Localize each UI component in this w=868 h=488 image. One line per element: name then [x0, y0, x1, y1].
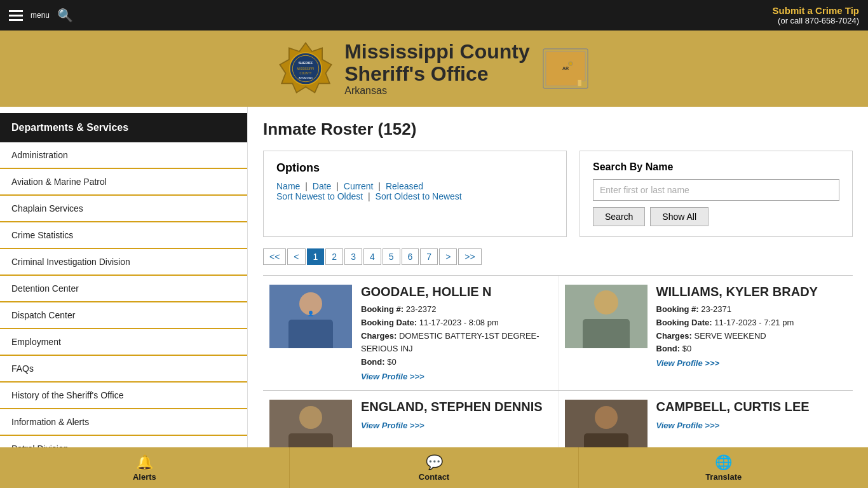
svg-text:AR: AR — [562, 66, 569, 71]
svg-text:SHERIFF: SHERIFF — [299, 61, 314, 65]
svg-marker-9 — [578, 80, 581, 86]
sidebar: Departments & Services Administration Av… — [0, 107, 248, 485]
sidebar-item-dispatch[interactable]: Dispatch Center — [0, 302, 247, 329]
view-profile-campbell[interactable]: View Profile >>> — [656, 421, 720, 430]
inmate-photo-williams — [565, 285, 648, 348]
sidebar-heading: Departments & Services — [0, 113, 247, 142]
pagination: << < 1 2 3 4 5 6 7 > >> — [263, 248, 853, 265]
view-profile-goodale[interactable]: View Profile >>> — [361, 372, 424, 381]
inmate-info-williams: WILLIAMS, KYLER BRADY Booking #: 23-2371… — [656, 285, 847, 381]
translate-icon: 🌐 — [715, 454, 732, 471]
options-links: Name | Date | Current | Released Sort Ne… — [276, 181, 553, 201]
options-link-name[interactable]: Name — [276, 181, 300, 191]
sidebar-item-crime-stats[interactable]: Crime Statistics — [0, 222, 247, 249]
sidebar-item-info-alerts[interactable]: Information & Alerts — [0, 409, 247, 436]
options-link-date[interactable]: Date — [313, 181, 332, 191]
site-header: SHERIFF MISSISSIPPI COUNTY ARKANSAS Miss… — [0, 30, 868, 107]
sheriff-badge-icon: SHERIFF MISSISSIPPI COUNTY ARKANSAS — [277, 40, 334, 97]
content-area: Inmate Roster (152) Options Name | Date … — [248, 107, 868, 485]
pagination-page-1[interactable]: 1 — [307, 248, 325, 265]
sidebar-item-cid[interactable]: Criminal Investigation Division — [0, 249, 247, 276]
sidebar-item-history[interactable]: History of the Sheriff's Office — [0, 383, 247, 409]
sidebar-item-detention[interactable]: Detention Center — [0, 276, 247, 302]
svg-text:ARKANSAS: ARKANSAS — [299, 76, 313, 79]
pagination-page-5[interactable]: 5 — [383, 248, 400, 265]
page-title: Inmate Roster (152) — [263, 119, 853, 139]
search-input[interactable] — [593, 179, 839, 201]
options-link-newest[interactable]: Sort Newest to Oldest — [276, 191, 363, 201]
search-button-row: Search Show All — [593, 207, 839, 226]
inmate-grid: 👤 GOODALE, HOLLIE N Booking #: 23-2372 B… — [263, 275, 853, 472]
svg-point-11 — [568, 62, 572, 65]
pagination-page-2[interactable]: 2 — [325, 248, 343, 265]
sidebar-item-administration[interactable]: Administration — [0, 142, 247, 169]
pagination-prev[interactable]: < — [287, 248, 305, 265]
bottom-bar-translate[interactable]: 🌐 Translate — [579, 447, 868, 485]
svg-rect-14 — [288, 320, 333, 348]
sidebar-item-aviation[interactable]: Aviation & Marine Patrol — [0, 169, 247, 196]
crime-tip-link[interactable]: Submit a Crime Tip — [773, 5, 859, 16]
site-title-line2: Sheriff's Office — [344, 62, 488, 85]
hamburger-menu-icon[interactable] — [9, 10, 23, 21]
inmate-card-goodale: 👤 GOODALE, HOLLIE N Booking #: 23-2372 B… — [263, 276, 559, 390]
pagination-last[interactable]: >> — [458, 248, 481, 265]
view-profile-williams[interactable]: View Profile >>> — [656, 358, 720, 368]
inmate-name-williams: WILLIAMS, KYLER BRADY — [656, 285, 847, 299]
bottom-bar-contact[interactable]: 💬 Contact — [290, 447, 580, 485]
pagination-page-3[interactable]: 3 — [344, 248, 362, 265]
options-link-oldest[interactable]: Sort Oldest to Newest — [376, 191, 462, 201]
options-box: Options Name | Date | Current | Released… — [263, 151, 567, 237]
svg-rect-18 — [583, 319, 630, 348]
pagination-next[interactable]: > — [439, 248, 457, 265]
top-bar-left: menu 🔍 — [9, 8, 73, 23]
view-profile-england[interactable]: View Profile >>> — [361, 421, 424, 430]
site-title: Mississippi County Sheriff's Office Arka… — [344, 41, 530, 97]
svg-text:👤: 👤 — [308, 310, 314, 316]
inmate-info-goodale: GOODALE, HOLLIE N Booking #: 23-2372 Boo… — [361, 285, 552, 381]
sidebar-item-chaplain[interactable]: Chaplain Services — [0, 196, 247, 222]
svg-text:MISSISSIPPI: MISSISSIPPI — [297, 67, 315, 71]
alerts-label: Alerts — [133, 472, 156, 482]
main-layout: Departments & Services Administration Av… — [0, 107, 868, 485]
search-icon[interactable]: 🔍 — [57, 8, 73, 23]
arkansas-map-icon: AR — [540, 46, 591, 91]
search-heading: Search By Name — [593, 161, 839, 173]
show-all-button[interactable]: Show All — [650, 207, 709, 226]
svg-point-20 — [299, 406, 322, 429]
inmate-name-goodale: GOODALE, HOLLIE N — [361, 285, 552, 299]
site-subtitle: Arkansas — [344, 85, 387, 97]
pagination-first[interactable]: << — [263, 248, 286, 265]
svg-point-17 — [594, 290, 618, 315]
crime-tip-phone: (or call 870-658-7024) — [773, 16, 859, 25]
options-search-row: Options Name | Date | Current | Released… — [263, 151, 853, 237]
contact-label: Contact — [419, 472, 449, 482]
inmate-row-1: 👤 GOODALE, HOLLIE N Booking #: 23-2372 B… — [263, 275, 853, 390]
translate-label: Translate — [705, 472, 742, 482]
svg-point-23 — [595, 406, 618, 429]
inmate-card-williams: WILLIAMS, KYLER BRADY Booking #: 23-2371… — [559, 276, 853, 390]
bottom-bar: 🔔 Alerts 💬 Contact 🌐 Translate — [0, 447, 868, 485]
bottom-bar-alerts[interactable]: 🔔 Alerts — [0, 447, 290, 485]
sidebar-item-faqs[interactable]: FAQs — [0, 356, 247, 383]
options-link-current[interactable]: Current — [344, 181, 374, 191]
pagination-page-7[interactable]: 7 — [420, 248, 438, 265]
pagination-page-4[interactable]: 4 — [363, 248, 381, 265]
options-link-released[interactable]: Released — [386, 181, 423, 191]
sidebar-item-employment[interactable]: Employment — [0, 329, 247, 356]
inmate-name-campbell: CAMPBELL, CURTIS LEE — [656, 400, 847, 414]
search-box: Search By Name Search Show All — [580, 151, 853, 237]
inmate-detail-williams: Booking #: 23-2371 Booking Date: 11-17-2… — [656, 303, 847, 356]
search-button[interactable]: Search — [593, 207, 645, 226]
menu-label: menu — [31, 11, 50, 20]
options-heading: Options — [276, 161, 553, 175]
svg-text:COUNTY: COUNTY — [300, 72, 312, 75]
contact-icon: 💬 — [426, 454, 443, 471]
logo-area: SHERIFF MISSISSIPPI COUNTY ARKANSAS Miss… — [277, 40, 591, 97]
inmate-photo-goodale: 👤 — [269, 285, 352, 348]
crime-tip-area: Submit a Crime Tip (or call 870-658-7024… — [773, 5, 859, 25]
pagination-page-6[interactable]: 6 — [402, 248, 419, 265]
site-title-line1: Mississippi County — [344, 40, 530, 63]
inmate-detail-goodale: Booking #: 23-2372 Booking Date: 11-17-2… — [361, 303, 552, 369]
inmate-name-england: ENGLAND, STEPHEN DENNIS — [361, 400, 552, 414]
top-navigation-bar: menu 🔍 Submit a Crime Tip (or call 870-6… — [0, 0, 868, 30]
